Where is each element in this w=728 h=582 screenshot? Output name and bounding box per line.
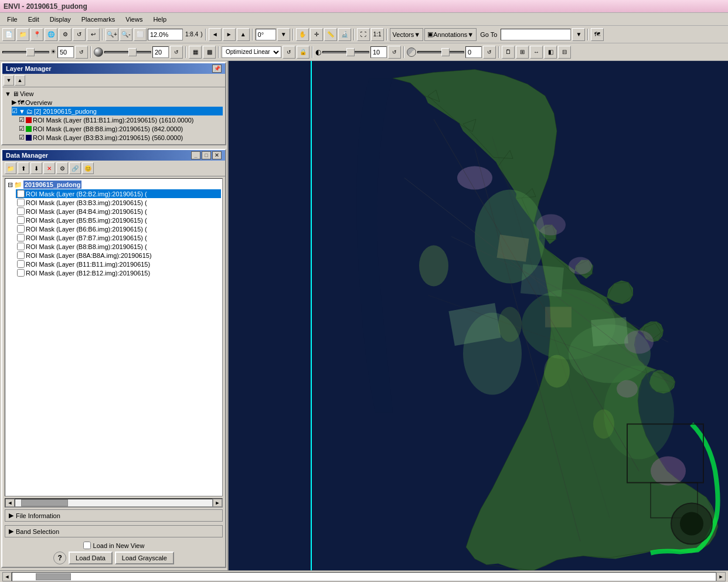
right-arrow-button[interactable]: ► <box>223 28 236 41</box>
vectors-dropdown[interactable]: Vectors ▼ <box>390 28 424 41</box>
contrast-input[interactable]: 20 <box>152 46 169 58</box>
export-button[interactable]: 🗒 <box>502 46 515 59</box>
dm-item-7[interactable]: ROI Mask (Layer (B8A:B8A.img):20190615) <box>16 251 221 260</box>
dm-check-4[interactable] <box>17 225 25 233</box>
left-arrow-button[interactable]: ◄ <box>209 28 222 41</box>
dm-close-btn[interactable]: ✕ <box>212 151 222 159</box>
dm-check-7[interactable] <box>17 251 25 259</box>
help-button[interactable]: ? <box>53 552 66 564</box>
status-scroll-track[interactable] <box>12 572 716 581</box>
dm-open-btn[interactable]: 📁 <box>5 162 16 174</box>
dm-link-btn[interactable]: 🔗 <box>69 162 81 174</box>
rotation-input[interactable]: 0° <box>256 29 276 40</box>
zoom-in-button[interactable]: 🔍+ <box>106 28 118 41</box>
menu-help[interactable]: Help <box>148 15 171 24</box>
dm-scroll-right[interactable]: ► <box>213 499 222 507</box>
stretch-icons[interactable]: ▦ <box>189 46 202 59</box>
layer-view-item[interactable]: ▼ 🖥 View <box>5 90 223 98</box>
stretch-refresh[interactable]: ↺ <box>283 46 295 59</box>
hand-tool[interactable]: ✋ <box>296 28 309 41</box>
dm-item-6[interactable]: ROI Mask (Layer (B8:B8.img):20190615) ( <box>16 242 221 251</box>
menu-views[interactable]: Views <box>121 15 147 24</box>
rotation-dropdown[interactable]: ▼ <box>277 28 290 41</box>
zoom-1-button[interactable]: 1:1 <box>371 28 384 41</box>
status-scroll-right[interactable]: ► <box>716 572 726 581</box>
dm-item-1[interactable]: ROI Mask (Layer (B3:B3.img):20190615) ( <box>16 198 221 207</box>
crosshair-tool[interactable]: ✛ <box>310 28 323 41</box>
open-button[interactable]: 📁 <box>16 28 29 41</box>
dm-item-5[interactable]: ROI Mask (Layer (B7:B7.img):20190615) ( <box>16 233 221 242</box>
dm-root-label[interactable]: 20190615_pudong <box>23 181 81 189</box>
sharpen-input[interactable]: 10 <box>370 46 387 58</box>
goto-arrow[interactable]: ▼ <box>572 28 585 41</box>
dm-check-0[interactable] <box>17 190 25 198</box>
dm-check-3[interactable] <box>17 216 25 224</box>
pin-button[interactable]: 📍 <box>30 28 43 41</box>
dm-maximize-btn[interactable]: □ <box>202 151 211 159</box>
zoom-out-button[interactable]: 🔍- <box>120 28 132 41</box>
dm-scroll-thumb[interactable] <box>21 499 68 506</box>
status-scroll-left[interactable]: ◄ <box>2 572 12 581</box>
probe-tool[interactable]: 🔬 <box>338 28 351 41</box>
dm-scrollbar[interactable]: ◄ ► <box>5 498 223 508</box>
transparency-slider[interactable] <box>417 51 464 53</box>
contrast-refresh[interactable]: ↺ <box>170 46 183 59</box>
file-info-header[interactable]: ▶ File Information <box>5 509 223 522</box>
brightness-input[interactable]: 50 <box>57 46 74 58</box>
goto-input[interactable] <box>501 29 571 40</box>
swipe-button[interactable]: ⊟ <box>558 46 571 59</box>
grid-button[interactable]: ⊞ <box>516 46 529 59</box>
sharpen-slider[interactable] <box>322 51 369 53</box>
menu-edit[interactable]: Edit <box>23 15 44 24</box>
dm-item-0[interactable]: ROI Mask (Layer (B2:B2.img):20190615) ( <box>16 189 221 198</box>
dm-item-2[interactable]: ROI Mask (Layer (B4:B4.img):20190615) ( <box>16 207 221 216</box>
menu-file[interactable]: File <box>2 15 22 24</box>
dm-settings-btn[interactable]: ⚙ <box>56 162 68 174</box>
settings-button[interactable]: ⚙ <box>59 28 72 41</box>
dm-item-4[interactable]: ROI Mask (Layer (B6:B6.img):20190615) ( <box>16 224 221 233</box>
menu-display[interactable]: Display <box>45 15 76 24</box>
dm-root-expand[interactable]: ⊟ 📁 20190615_pudong <box>6 180 221 189</box>
compare-button[interactable]: ◧ <box>544 46 557 59</box>
layer-file-item[interactable]: ☑ ▼ 🗂 [2] 20190615_pudong <box>12 107 223 115</box>
dm-check-8[interactable] <box>17 260 25 268</box>
undo-button[interactable]: ↩ <box>87 28 100 41</box>
layer-overview-item[interactable]: ▶ 🗺 Overview <box>12 98 223 107</box>
roi-item-1[interactable]: ☑ ROI Mask (Layer (B8:B8.img):20190615) … <box>19 124 223 133</box>
overview-button[interactable]: 🗺 <box>591 28 604 41</box>
stretch-dropdown[interactable]: Optimized Linear Linear Equalization Squ… <box>222 46 281 58</box>
dm-item-9[interactable]: ROI Mask (Layer (B12:B12.img):20190615) <box>16 268 221 277</box>
dm-check-6[interactable] <box>17 243 25 250</box>
lm-btn1[interactable]: ▼ <box>4 75 14 86</box>
dm-refresh-btn[interactable]: 😊 <box>82 162 94 174</box>
load-grayscale-button[interactable]: Load Grayscale <box>115 552 174 564</box>
contrast-slider[interactable] <box>104 51 151 53</box>
dm-check-2[interactable] <box>17 207 25 215</box>
dm-scroll-left[interactable]: ◄ <box>5 499 15 507</box>
zoom-box-button[interactable]: ⬜ <box>134 28 147 41</box>
arrow-button[interactable]: ↔ <box>530 46 543 59</box>
dm-delete-btn[interactable]: ✕ <box>43 162 55 174</box>
roi-item-0[interactable]: ☑ ROI Mask (Layer (B11:B11.img):20190615… <box>19 115 223 124</box>
transparency-refresh[interactable]: ↺ <box>483 46 496 59</box>
new-button[interactable]: 📄 <box>2 28 15 41</box>
dm-check-9[interactable] <box>17 269 25 277</box>
roi-item-2[interactable]: ☑ ROI Mask (Layer (B3:B3.img):20190615) … <box>19 133 223 142</box>
load-data-button[interactable]: Load Data <box>69 552 113 564</box>
measure-tool[interactable]: 📏 <box>324 28 337 41</box>
up-button[interactable]: ▲ <box>237 28 250 41</box>
lm-pin-button[interactable]: 📌 <box>212 64 222 73</box>
dm-check-5[interactable] <box>17 234 25 241</box>
refresh-button[interactable]: ↺ <box>73 28 86 41</box>
annotations-dropdown[interactable]: ▣ Annotations ▼ <box>424 28 477 41</box>
stretch-lock[interactable]: 🔒 <box>297 46 309 59</box>
dm-down-btn[interactable]: ⬇ <box>30 162 42 174</box>
band-selection-header[interactable]: ▶ Band Selection <box>5 525 223 537</box>
load-in-new-view-checkbox[interactable] <box>83 542 91 549</box>
dm-minimize-btn[interactable]: _ <box>191 151 200 159</box>
brightness-slider[interactable] <box>2 51 49 53</box>
dm-check-1[interactable] <box>17 199 25 206</box>
dm-item-3[interactable]: ROI Mask (Layer (B5:B5.img):20190615) ( <box>16 216 221 224</box>
lm-btn2[interactable]: ▲ <box>15 75 25 86</box>
sharpen-refresh[interactable]: ↺ <box>388 46 401 59</box>
